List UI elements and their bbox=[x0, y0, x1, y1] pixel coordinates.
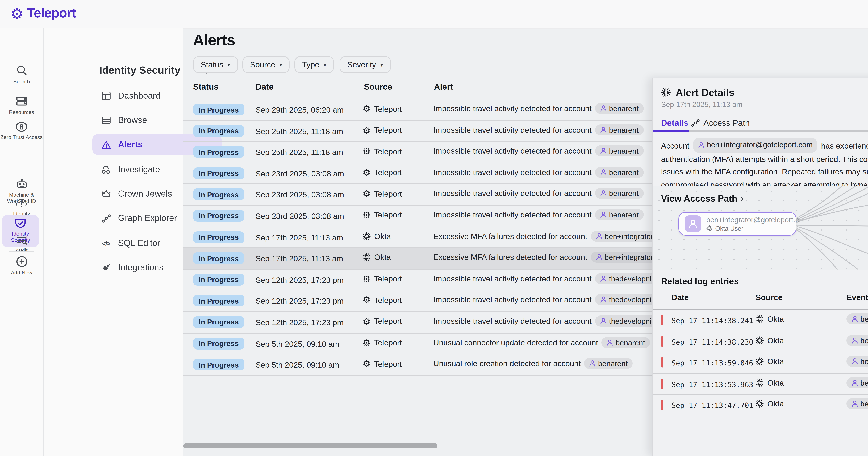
teleport-icon: ⚙ bbox=[363, 317, 371, 326]
account-chip[interactable]: benarent bbox=[595, 103, 644, 114]
user-tile-icon bbox=[685, 216, 701, 232]
account-chip[interactable]: ben+integrator@goteleport.com bbox=[846, 399, 868, 409]
account-chip[interactable]: benarent bbox=[595, 145, 644, 156]
alert-description: Account ben+integrator@goteleport.com ha… bbox=[661, 138, 868, 191]
log-date: Sep 17 11:13:53.963 bbox=[672, 380, 753, 388]
servers-icon bbox=[16, 95, 27, 107]
graph-node-okta-user[interactable]: ben+integrator@goteleport.c... Okta User bbox=[678, 212, 797, 235]
account-chip[interactable]: thedevelopnik bbox=[595, 294, 652, 305]
table-row[interactable]: In ProgressSep 23rd 2025, 03:08 am⚙Telep… bbox=[183, 184, 652, 206]
table-icon bbox=[101, 115, 111, 125]
alert-message: Unusual connector update detected for ac… bbox=[433, 338, 598, 346]
okta-icon bbox=[363, 253, 371, 261]
account-name: thedevelopnik bbox=[609, 295, 652, 304]
account-name: ben+integrator@goteleport.com bbox=[860, 336, 868, 344]
alert-message: Impossible travel activity detected for … bbox=[433, 147, 592, 155]
filter-status[interactable]: Status ▾ bbox=[193, 56, 238, 73]
table-row[interactable]: In ProgressSep 17th 2025, 11:13 amOktaEx… bbox=[183, 248, 652, 269]
log-row[interactable]: Sep 17 11:13:59.046Oktaben+integrator@go… bbox=[653, 352, 868, 374]
alert-source: Okta bbox=[363, 253, 391, 261]
app: ⚙ Teleport B benarent Search Resources Z… bbox=[0, 0, 868, 456]
account-chip[interactable]: ben+integrator@goteleport.com bbox=[846, 313, 868, 324]
column-header: Event bbox=[846, 293, 868, 302]
filter-severity[interactable]: Severity ▾ bbox=[340, 56, 391, 73]
alert-text: Impossible travel activity detected for … bbox=[433, 167, 652, 178]
person-icon bbox=[851, 337, 858, 344]
log-row[interactable]: Sep 17 11:14:38.241Oktaben+integrator@go… bbox=[653, 310, 868, 331]
teleport-icon: ⚙ bbox=[363, 295, 371, 305]
account-chip[interactable]: benarent bbox=[595, 167, 644, 178]
table-row[interactable]: In ProgressSep 5th 2025, 09:10 am⚙Telepo… bbox=[183, 354, 652, 376]
column-header[interactable]: Status bbox=[193, 82, 219, 92]
account-chip[interactable]: ben+integrator@goteleport.com bbox=[693, 138, 817, 153]
table-row[interactable]: In ProgressSep 12th 2025, 17:23 pm⚙Telep… bbox=[183, 291, 652, 312]
status-badge: In Progress bbox=[193, 231, 244, 243]
account-chip[interactable]: ben+integrator@goteleport.com bbox=[591, 230, 652, 241]
table-row[interactable]: In ProgressSep 12th 2025, 17:23 pm⚙Telep… bbox=[183, 269, 652, 291]
sidebar-item-add-new[interactable]: Add New bbox=[0, 256, 43, 276]
alert-message: Impossible travel activity detected for … bbox=[433, 210, 592, 219]
column-header[interactable]: Alert bbox=[434, 82, 453, 92]
dashboard-icon bbox=[101, 91, 111, 101]
log-source: Okta bbox=[755, 336, 784, 344]
column-header[interactable]: Date bbox=[255, 82, 274, 92]
account-chip[interactable]: ben+integrator@goteleport.com bbox=[591, 252, 652, 263]
log-table-header: Date Source Event bbox=[653, 293, 868, 307]
account-chip[interactable]: benarent bbox=[595, 188, 644, 199]
account-chip[interactable]: benarent bbox=[595, 124, 644, 135]
filter-type[interactable]: Type ▾ bbox=[294, 56, 334, 73]
table-row[interactable]: In ProgressSep 29th 2025, 06:20 am⚙Telep… bbox=[183, 99, 652, 120]
person-icon bbox=[851, 315, 858, 322]
sidebar-item-search[interactable]: Search bbox=[0, 65, 43, 85]
tab-details[interactable]: Details bbox=[661, 118, 688, 128]
alert-message: Impossible travel activity detected for … bbox=[433, 295, 592, 304]
table-row[interactable]: In ProgressSep 25th 2025, 11:18 am⚙Telep… bbox=[183, 142, 652, 163]
status-badge: In Progress bbox=[193, 359, 244, 371]
alert-date: Sep 12th 2025, 17:23 pm bbox=[255, 297, 344, 305]
node-subtitle: Okta User bbox=[715, 225, 743, 232]
log-event: ben+integrator@goteleport.comlogged into… bbox=[846, 377, 868, 388]
table-row[interactable]: In ProgressSep 5th 2025, 09:10 am⚙Telepo… bbox=[183, 333, 652, 354]
source-label: Teleport bbox=[374, 126, 402, 134]
okta-icon bbox=[363, 232, 371, 240]
alert-source: ⚙Teleport bbox=[363, 210, 402, 220]
chevron-down-icon: ▾ bbox=[380, 61, 383, 68]
teleport-icon: ⚙ bbox=[363, 189, 371, 198]
account-name: ben+integrator@goteleport.com bbox=[604, 253, 652, 261]
log-row[interactable]: Sep 17 11:13:53.963Oktaben+integrator@go… bbox=[653, 374, 868, 395]
account-chip[interactable]: benarent bbox=[602, 337, 650, 348]
panel-tabs: Details Access Path bbox=[653, 114, 868, 132]
severity-bar bbox=[661, 378, 663, 389]
okta-icon bbox=[755, 400, 764, 408]
account-chip[interactable]: thedevelopnik bbox=[595, 315, 652, 326]
horizontal-scrollbar[interactable] bbox=[183, 443, 437, 448]
sidebar-item-resources[interactable]: Resources bbox=[0, 95, 43, 116]
source-label: Okta bbox=[374, 232, 391, 240]
account-chip[interactable]: benarent bbox=[584, 358, 632, 369]
account-chip[interactable]: ben+integrator@goteleport.com bbox=[846, 377, 868, 388]
account-chip[interactable]: benarent bbox=[595, 209, 644, 220]
view-access-path-link[interactable]: View Access Path › bbox=[661, 193, 744, 204]
robot-icon bbox=[16, 178, 27, 190]
table-row[interactable]: In ProgressSep 25th 2025, 11:18 am⚙Telep… bbox=[183, 120, 652, 142]
table-row[interactable]: In ProgressSep 12th 2025, 17:23 pm⚙Telep… bbox=[183, 312, 652, 333]
log-row[interactable]: Sep 17 11:14:38.230Oktaben+integrator@go… bbox=[653, 331, 868, 352]
account-chip[interactable]: ben+integrator@goteleport.com bbox=[846, 335, 868, 346]
tab-access-path[interactable]: Access Path bbox=[691, 118, 750, 128]
log-row[interactable]: Sep 17 11:13:47.701Oktaben+integrator@go… bbox=[653, 395, 868, 416]
sidebar-item-zero-trust-access[interactable]: Zero Trust Access bbox=[0, 122, 43, 141]
alert-date: Sep 25th 2025, 11:18 am bbox=[255, 127, 343, 135]
teleport-icon: ⚙ bbox=[363, 360, 371, 368]
account-chip[interactable]: ben+integrator@goteleport.com bbox=[846, 356, 868, 367]
table-row[interactable]: In ProgressSep 17th 2025, 11:13 amOktaEx… bbox=[183, 227, 652, 248]
account-name: benarent bbox=[616, 338, 645, 346]
sidebar-item-label: Add New bbox=[11, 269, 32, 276]
table-row[interactable]: In ProgressSep 23rd 2025, 03:08 am⚙Telep… bbox=[183, 163, 652, 184]
alert-source: ⚙Teleport bbox=[363, 147, 402, 156]
column-header[interactable]: Source bbox=[364, 82, 392, 92]
logo-text: Teleport bbox=[27, 5, 76, 21]
table-row[interactable]: In ProgressSep 23rd 2025, 03:08 am⚙Telep… bbox=[183, 206, 652, 227]
teleport-logo[interactable]: ⚙ Teleport bbox=[10, 5, 76, 21]
filter-source[interactable]: Source ▾ bbox=[242, 56, 290, 73]
account-chip[interactable]: thedevelopnik bbox=[595, 273, 652, 284]
